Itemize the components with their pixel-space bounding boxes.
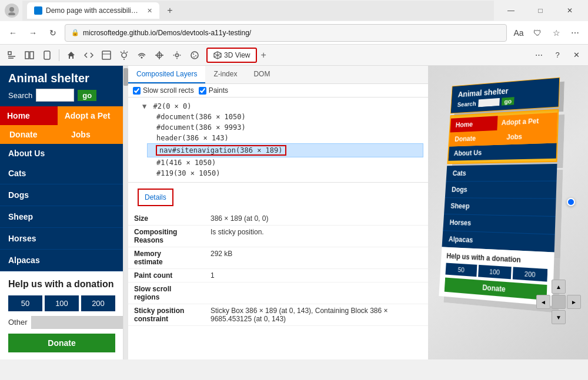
svg-point-20 [176, 53, 179, 56]
tree-item-119[interactable]: #119(30 × 1050) [147, 168, 423, 179]
3d-nav-left-button[interactable]: ◄ [536, 295, 550, 309]
details-value-compositing: Is sticky position. [205, 226, 428, 247]
paints-label[interactable]: Paints [199, 86, 228, 95]
devtools-more-btn[interactable]: ⋯ [530, 47, 547, 63]
paints-checkbox[interactable] [199, 87, 206, 95]
list-item-alpacas[interactable]: Alpacas [0, 250, 123, 271]
svg-point-22 [193, 53, 194, 55]
details-label-sticky: Sticky positionconstraint [128, 304, 205, 326]
tree-highlight-box: nav#sitenavigation(386 × 189) [156, 145, 286, 156]
devtools-toolbar: 3D View + ⋯ ? ✕ [0, 45, 588, 66]
svg-rect-9 [102, 51, 111, 59]
devtools-bug-btn[interactable] [116, 47, 132, 63]
tree-item-document2[interactable]: #document(386 × 9993) [147, 122, 423, 133]
3d-search-btn: go [502, 97, 514, 106]
devtools-home-btn[interactable] [63, 47, 79, 63]
list-item-horses[interactable]: Horses [0, 228, 123, 250]
minimize-button[interactable]: — [497, 1, 524, 20]
slow-scroll-checkbox[interactable] [133, 87, 141, 95]
new-tab-button[interactable]: + [162, 2, 178, 19]
left-panel-scrollbar[interactable] [123, 66, 128, 359]
amount-200-button[interactable]: 200 [81, 295, 115, 311]
add-panel-button[interactable]: + [260, 50, 266, 60]
svg-point-1 [8, 12, 15, 15]
nav-about-link[interactable]: About Us [0, 144, 123, 163]
details-row-size: Size 386 × 189 (at 0, 0) [128, 212, 428, 226]
search-label: Search [8, 91, 32, 100]
devtools-settings-btn[interactable] [169, 47, 185, 63]
3d-dogs: Dogs [445, 181, 557, 199]
profile-avatar[interactable] [5, 4, 19, 18]
tab-favicon [34, 6, 42, 15]
favorites-button[interactable]: ☆ [548, 25, 564, 41]
details-label-memory: Memoryestimate [128, 247, 205, 269]
search-button[interactable]: go [78, 90, 96, 101]
tree-item-header[interactable]: header(386 × 143) [147, 133, 423, 143]
panel-controls: Slow scroll rects Paints [128, 84, 428, 97]
close-tab-button[interactable]: ✕ [147, 7, 152, 15]
search-input[interactable] [36, 89, 74, 102]
close-window-button[interactable]: ✕ [556, 1, 583, 20]
refresh-button[interactable]: ↻ [45, 25, 61, 41]
tree-item-document1[interactable]: #document(386 × 1050) [147, 112, 423, 122]
devtools-cookie-btn[interactable] [186, 47, 203, 63]
animal-list: Cats Dogs Sheep Horses Alpacas [0, 163, 123, 271]
tree-item-1[interactable]: #1(416 × 1050) [147, 157, 423, 168]
3d-nav-center-button[interactable] [552, 295, 566, 309]
devtools-wifi-btn[interactable] [133, 47, 150, 63]
devtools-network-btn[interactable] [98, 47, 115, 63]
svg-rect-7 [44, 51, 50, 59]
address-bar[interactable]: 🔒 microsoftedge.github.io/Demos/devtools… [65, 24, 507, 42]
details-label-slow-scroll: Slow scrollregions [128, 283, 205, 304]
reader-view-button[interactable]: Aa [510, 25, 527, 41]
scrollbar-thumb[interactable] [123, 68, 128, 86]
tab-composited-layers[interactable]: Composited Layers [128, 66, 205, 83]
slow-scroll-label[interactable]: Slow scroll rects [133, 86, 194, 95]
nav-jobs-link[interactable]: Jobs [62, 125, 123, 144]
devtools-elements-btn[interactable] [4, 47, 20, 63]
nav-home-link[interactable]: Home [0, 106, 58, 125]
tree-root-label: #2(0 × 0) [153, 102, 191, 110]
devtools-help-btn[interactable]: ? [549, 47, 566, 63]
maximize-button[interactable]: □ [527, 1, 554, 20]
back-button[interactable]: ← [5, 25, 21, 41]
active-tab[interactable]: Demo page with accessibility iss... ✕ [27, 2, 159, 19]
forward-button[interactable]: → [25, 25, 41, 41]
devtools-crosshair-btn[interactable] [151, 47, 168, 63]
nav-row-1: Home Adopt a Pet [0, 106, 123, 125]
amount-100-button[interactable]: 100 [45, 295, 79, 311]
layer-indicator-dot [567, 198, 575, 206]
list-item-dogs[interactable]: Dogs [0, 184, 123, 206]
devtools-device-btn[interactable] [39, 47, 55, 63]
tree-root[interactable]: ▼ #2(0 × 0) [133, 101, 423, 112]
other-amount-input[interactable] [31, 316, 123, 329]
3d-nav-up-button[interactable]: ▲ [552, 280, 566, 294]
3d-nav-right-button[interactable]: ► [567, 295, 581, 309]
tab-bar: Demo page with accessibility iss... ✕ + [22, 1, 494, 21]
devtools-code-btn[interactable] [81, 47, 97, 63]
site-header: Animal shelter Search go [0, 66, 123, 106]
nav-donate-link[interactable]: Donate [0, 125, 62, 144]
donate-button[interactable]: Donate [8, 334, 115, 352]
donation-amounts: 50 100 200 [8, 295, 115, 311]
tree-item-nav-highlighted[interactable]: nav#sitenavigation(386 × 189) [147, 143, 423, 157]
3d-search-label: Search [457, 100, 477, 108]
panel-tabs: Composited Layers Z-index DOM [128, 66, 428, 84]
browser-essentials-button[interactable]: 🛡 [529, 25, 546, 41]
3d-nav-down-button[interactable]: ▼ [552, 310, 566, 324]
3d-canvas: Animal shelter Search go Home Adopt a Pe… [428, 66, 588, 359]
list-item-sheep[interactable]: Sheep [0, 206, 123, 228]
nav-adopt-link[interactable]: Adopt a Pet [58, 106, 123, 125]
tab-dom[interactable]: DOM [245, 66, 278, 83]
details-header: Details [138, 189, 173, 206]
3dview-panel-button[interactable]: 3D View [206, 48, 257, 63]
amount-50-button[interactable]: 50 [8, 295, 42, 311]
devtools-split-btn[interactable] [21, 47, 38, 63]
details-value-paint: 1 [205, 269, 428, 283]
3d-visualization-panel: Animal shelter Search go Home Adopt a Pe… [428, 66, 588, 359]
svg-rect-2 [8, 52, 11, 55]
list-item-cats[interactable]: Cats [0, 163, 123, 184]
tab-z-index[interactable]: Z-index [205, 66, 245, 83]
more-button[interactable]: ⋯ [567, 25, 583, 41]
devtools-close-btn[interactable]: ✕ [568, 47, 584, 63]
